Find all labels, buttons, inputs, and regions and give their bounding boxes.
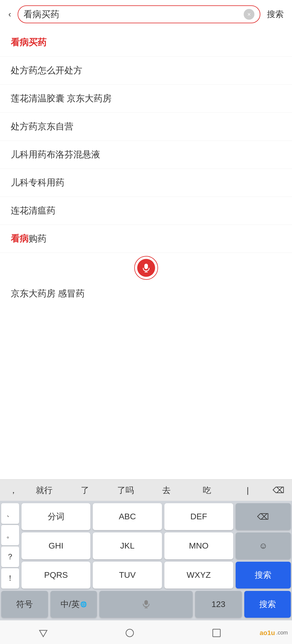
list-item-partial[interactable]: 京东大药房 感冒药 <box>0 280 292 303</box>
key-wxyz[interactable]: WXYZ <box>164 562 233 589</box>
key-def[interactable]: DEF <box>164 503 233 530</box>
list-item[interactable]: 连花清瘟药 <box>0 197 292 225</box>
search-bar: × <box>18 5 260 23</box>
search-button[interactable]: 搜索 <box>265 7 286 21</box>
globe-icon: 🌐 <box>80 601 87 608</box>
svg-rect-0 <box>144 264 148 269</box>
clear-button[interactable]: × <box>244 9 254 20</box>
keyboard: 、 。 ？ ！ 分词 ABC DEF ⌫ GHI JKL MNO <box>0 501 292 620</box>
svg-rect-8 <box>213 629 220 637</box>
svg-point-7 <box>126 629 134 637</box>
voice-button[interactable] <box>134 256 158 280</box>
list-item[interactable]: 看病买药 <box>0 29 292 57</box>
header: ‹ × 搜索 <box>0 0 292 29</box>
list-item[interactable]: 看病购药 <box>0 225 292 253</box>
key-tuv[interactable]: TUV <box>93 562 162 589</box>
prediction-delete-button[interactable]: ⌫ <box>268 482 289 498</box>
punct-key-question[interactable]: ？ <box>1 546 19 567</box>
keyboard-row-c: PQRS TUV WXYZ 搜索 <box>21 562 291 589</box>
nav-home-icon <box>124 628 135 638</box>
suggestion-text: 莲花清温胶囊 京东大药房 <box>11 93 112 103</box>
key-search[interactable]: 搜索 <box>236 562 291 589</box>
voice-area <box>0 253 292 280</box>
search-input[interactable] <box>24 9 244 19</box>
key-123[interactable]: 123 <box>195 591 242 618</box>
back-button[interactable]: ‹ <box>6 8 13 20</box>
suggestion-text-normal: 购药 <box>29 234 47 243</box>
key-ghi[interactable]: GHI <box>21 532 90 559</box>
key-space-mic[interactable] <box>99 591 193 618</box>
key-backspace[interactable]: ⌫ <box>236 503 291 530</box>
nav-recents-icon <box>211 628 222 638</box>
clear-icon: × <box>247 11 251 18</box>
list-item[interactable]: 儿科专科用药 <box>0 169 292 197</box>
logo-text: ao1u <box>260 629 275 637</box>
punct-key-exclaim[interactable]: ！ <box>1 568 19 589</box>
suggestions-list: 看病买药 处方药怎么开处方 莲花清温胶囊 京东大药房 处方药京东自营 儿科用药布… <box>0 29 292 479</box>
prediction-item-qu[interactable]: 去 <box>146 482 187 499</box>
nav-back-icon <box>38 628 49 638</box>
key-emoji[interactable]: ☺ <box>236 532 291 559</box>
prediction-pipe: | <box>228 483 268 498</box>
suggestion-text: 处方药京东自营 <box>11 121 73 131</box>
key-lang-switch[interactable]: 中/英🌐 <box>50 591 97 618</box>
prediction-item-chi[interactable]: 吃 <box>187 482 228 499</box>
punctuation-column: 、 。 ？ ！ <box>1 503 19 589</box>
suggestion-text: 处方药怎么开处方 <box>11 65 82 75</box>
suggestion-text-red: 看病 <box>11 234 29 243</box>
suggestion-text: 看病买药 <box>11 37 47 47</box>
prediction-bar: ， 就行 了 了吗 去 吃 | ⌫ <box>0 479 292 501</box>
punct-key-comma[interactable]: 、 <box>1 503 19 524</box>
suggestion-text: 连花清瘟药 <box>11 206 55 215</box>
microphone-icon <box>141 263 151 273</box>
keyboard-row-bottom: 符号 中/英🌐 123 搜索 <box>1 591 291 618</box>
key-search-bottom[interactable]: 搜索 <box>244 591 291 618</box>
key-symbol[interactable]: 符号 <box>1 591 48 618</box>
list-item[interactable]: 莲花清温胶囊 京东大药房 <box>0 85 292 113</box>
svg-rect-3 <box>144 600 148 605</box>
suggestion-text: 儿科专科用药 <box>11 177 64 187</box>
suggestion-text: 京东大药房 感冒药 <box>11 288 85 298</box>
mic-inner <box>137 259 155 277</box>
prediction-item-jiuxing[interactable]: 就行 <box>24 482 65 499</box>
key-jkl[interactable]: JKL <box>93 532 162 559</box>
prediction-comma[interactable]: ， <box>3 482 24 499</box>
bottom-navigation: ao1u .com <box>0 620 292 644</box>
suggestion-text: 儿科用药布洛芬混悬液 <box>11 149 100 159</box>
keyboard-row-b: GHI JKL MNO ☺ <box>21 532 291 559</box>
nav-home[interactable] <box>86 628 173 638</box>
watermark-logo: ao1u .com <box>260 629 292 637</box>
logo-container: ao1u .com <box>260 629 288 637</box>
list-item[interactable]: 处方药怎么开处方 <box>0 57 292 85</box>
list-item[interactable]: 儿科用药布洛芬混悬液 <box>0 141 292 169</box>
logo-domain: .com <box>276 630 288 636</box>
keyboard-row-1: 、 。 ？ ！ 分词 ABC DEF ⌫ GHI JKL MNO <box>1 503 291 589</box>
key-mno[interactable]: MNO <box>164 532 233 559</box>
nav-back[interactable] <box>0 628 86 638</box>
key-pqrs[interactable]: PQRS <box>21 562 90 589</box>
list-item[interactable]: 处方药京东自营 <box>0 113 292 141</box>
bottom-area: ， 就行 了 了吗 去 吃 | ⌫ 、 。 ？ ！ 分词 ABC DEF <box>0 479 292 644</box>
keyboard-row-a: 分词 ABC DEF ⌫ <box>21 503 291 530</box>
prediction-item-le[interactable]: 了 <box>65 482 106 499</box>
nav-recents[interactable] <box>173 628 259 638</box>
punct-key-period[interactable]: 。 <box>1 525 19 546</box>
svg-marker-6 <box>39 630 47 637</box>
keyboard-mic-icon <box>141 600 151 609</box>
key-fenci[interactable]: 分词 <box>21 503 90 530</box>
prediction-item-lema[interactable]: 了吗 <box>105 482 146 499</box>
key-abc[interactable]: ABC <box>93 503 162 530</box>
